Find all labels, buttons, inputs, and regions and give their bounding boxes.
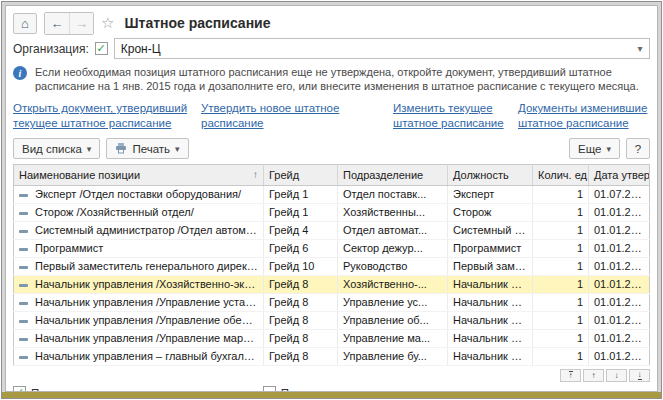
go-first-row-button[interactable]: ↑ — [560, 369, 581, 382]
column-header[interactable]: Подразделение — [338, 165, 448, 186]
date-cell[interactable]: 01.01.2012 — [589, 276, 650, 294]
table-row[interactable]: Начальник управления /Управление обеспеч… — [14, 312, 650, 330]
job-title-cell[interactable]: Начальник уп... — [448, 294, 533, 312]
job-title-cell[interactable]: Системный ад... — [448, 222, 533, 240]
position-name-cell[interactable]: Начальник управления /Управление маркети… — [14, 330, 264, 348]
job-title-cell[interactable]: Начальник уп... — [448, 348, 533, 366]
go-last-row-button[interactable]: ↓ — [629, 369, 650, 382]
position-name-cell[interactable]: Начальник управления – главный бухгалтер… — [14, 348, 264, 366]
column-header[interactable]: Наименование позиции↑ — [14, 165, 264, 186]
favorite-star-icon[interactable]: ☆ — [101, 14, 114, 32]
position-name-cell[interactable]: Сторож /Хозяйственный отдел/ — [14, 204, 264, 222]
date-cell[interactable]: 01.01.2012 — [589, 312, 650, 330]
link-approve-new-schedule[interactable]: Утвердить новое штатное расписание — [201, 101, 383, 131]
date-cell[interactable]: 01.01.2012 — [589, 204, 650, 222]
help-button[interactable]: ? — [626, 138, 650, 159]
date-cell[interactable]: 01.01.2012 — [589, 240, 650, 258]
go-previous-row-button[interactable]: ↑ — [583, 369, 604, 382]
grade-cell[interactable]: Грейд 8 — [264, 294, 338, 312]
table-row[interactable]: Первый заместитель генерального директор… — [14, 258, 650, 276]
table-row[interactable]: ПрограммистГрейд 6Сектор дежур...Програм… — [14, 240, 650, 258]
grade-cell[interactable]: Грейд 8 — [264, 276, 338, 294]
back-button[interactable]: ← — [45, 13, 69, 34]
table-row[interactable]: Начальник управления /Управление установ… — [14, 294, 650, 312]
position-row-icon — [19, 302, 28, 305]
job-title-cell[interactable]: Программист — [448, 240, 533, 258]
grade-cell[interactable]: Грейд 8 — [264, 312, 338, 330]
position-name-cell[interactable]: Первый заместитель генерального директор… — [14, 258, 264, 276]
more-label: Еще — [578, 143, 601, 155]
link-open-approving-document[interactable]: Открыть документ, утвердивший текущее шт… — [13, 101, 191, 131]
department-cell[interactable]: Управление ус... — [338, 294, 448, 312]
position-name-cell[interactable]: Программист — [14, 240, 264, 258]
department-cell[interactable]: Управление бу... — [338, 348, 448, 366]
job-title-cell[interactable]: Сторож — [448, 204, 533, 222]
quantity-cell[interactable]: 1 — [533, 294, 589, 312]
department-cell[interactable]: Отдел автомат... — [338, 222, 448, 240]
date-cell[interactable]: 01.01.2012 — [589, 222, 650, 240]
organization-dropdown-button[interactable]: ▾ — [631, 43, 649, 54]
table-row[interactable]: Начальник управления /Управление маркети… — [14, 330, 650, 348]
grade-cell[interactable]: Грейд 8 — [264, 348, 338, 366]
organization-input[interactable] — [115, 42, 631, 56]
department-cell[interactable]: Хозяйственны... — [338, 204, 448, 222]
department-cell[interactable]: Управление ма... — [338, 330, 448, 348]
date-cell[interactable]: 01.01.2012 — [589, 348, 650, 366]
more-button[interactable]: Еще ▾ — [569, 138, 620, 159]
department-cell[interactable]: Сектор дежур... — [338, 240, 448, 258]
quantity-cell[interactable]: 1 — [533, 240, 589, 258]
position-row-icon — [19, 248, 28, 251]
quantity-cell[interactable]: 1 — [533, 222, 589, 240]
position-name-cell[interactable]: Начальник управления /Хозяйственно-экспл… — [14, 276, 264, 294]
grade-cell[interactable]: Грейд 4 — [264, 222, 338, 240]
table-row[interactable]: Эксперт /Отдел поставки оборудования/Гре… — [14, 186, 650, 204]
grade-cell[interactable]: Грейд 8 — [264, 330, 338, 348]
quantity-cell[interactable]: 1 — [533, 204, 589, 222]
link-schedule-changing-documents[interactable]: Документы изменившие штатное расписание — [518, 101, 650, 131]
column-header[interactable]: Грейд — [264, 165, 338, 186]
table-row[interactable]: Сторож /Хозяйственный отдел/Грейд 1Хозяй… — [14, 204, 650, 222]
column-header[interactable]: Колич. ед. — [533, 165, 589, 186]
forward-button[interactable]: → — [69, 13, 93, 34]
grade-cell[interactable]: Грейд 6 — [264, 240, 338, 258]
job-title-cell[interactable]: Первый замес... — [448, 258, 533, 276]
position-name-cell[interactable]: Начальник управления /Управление установ… — [14, 294, 264, 312]
link-change-current-schedule[interactable]: Изменить текущее штатное расписание — [393, 101, 508, 131]
print-button[interactable]: Печать ▾ — [106, 138, 188, 159]
department-cell[interactable]: Руководство — [338, 258, 448, 276]
job-title-cell[interactable]: Начальник уп... — [448, 312, 533, 330]
quantity-cell[interactable]: 1 — [533, 348, 589, 366]
department-cell[interactable]: Отдел поставк... — [338, 186, 448, 204]
date-cell[interactable]: 01.01.2012 — [589, 330, 650, 348]
job-title-cell[interactable]: Эксперт — [448, 186, 533, 204]
position-name-cell[interactable]: Эксперт /Отдел поставки оборудования/ — [14, 186, 264, 204]
table-row[interactable]: Системный администратор /Отдел автоматиз… — [14, 222, 650, 240]
table-row[interactable]: Начальник управления /Хозяйственно-экспл… — [14, 276, 650, 294]
grade-cell[interactable]: Грейд 1 — [264, 204, 338, 222]
department-cell[interactable]: Хозяйственно-... — [338, 276, 448, 294]
column-header[interactable]: Должность — [448, 165, 533, 186]
view-list-button[interactable]: Вид списка ▾ — [13, 138, 100, 159]
column-header[interactable]: Дата утвержд... — [589, 165, 650, 186]
table-row[interactable]: Начальник управления – главный бухгалтер… — [14, 348, 650, 366]
quantity-cell[interactable]: 1 — [533, 258, 589, 276]
quantity-cell[interactable]: 1 — [533, 312, 589, 330]
go-next-row-button[interactable]: ↓ — [606, 369, 627, 382]
quantity-cell[interactable]: 1 — [533, 330, 589, 348]
quantity-cell[interactable]: 1 — [533, 276, 589, 294]
quantity-cell[interactable]: 1 — [533, 186, 589, 204]
print-label: Печать — [132, 143, 170, 155]
grade-cell[interactable]: Грейд 10 — [264, 258, 338, 276]
job-title-cell[interactable]: Начальник уп... — [448, 276, 533, 294]
date-cell[interactable]: 01.01.2012 — [589, 258, 650, 276]
grade-cell[interactable]: Грейд 1 — [264, 186, 338, 204]
pager-row: ↑↑↓↓ — [13, 369, 650, 382]
department-cell[interactable]: Управление об... — [338, 312, 448, 330]
home-button[interactable]: ⌂ — [13, 13, 37, 34]
organization-checkbox[interactable]: ✓ — [95, 42, 108, 55]
job-title-cell[interactable]: Начальник уп... — [448, 330, 533, 348]
position-name-cell[interactable]: Начальник управления /Управление обеспеч… — [14, 312, 264, 330]
position-name-cell[interactable]: Системный администратор /Отдел автоматиз… — [14, 222, 264, 240]
date-cell[interactable]: 01.07.2012 — [589, 186, 650, 204]
date-cell[interactable]: 01.01.2012 — [589, 294, 650, 312]
